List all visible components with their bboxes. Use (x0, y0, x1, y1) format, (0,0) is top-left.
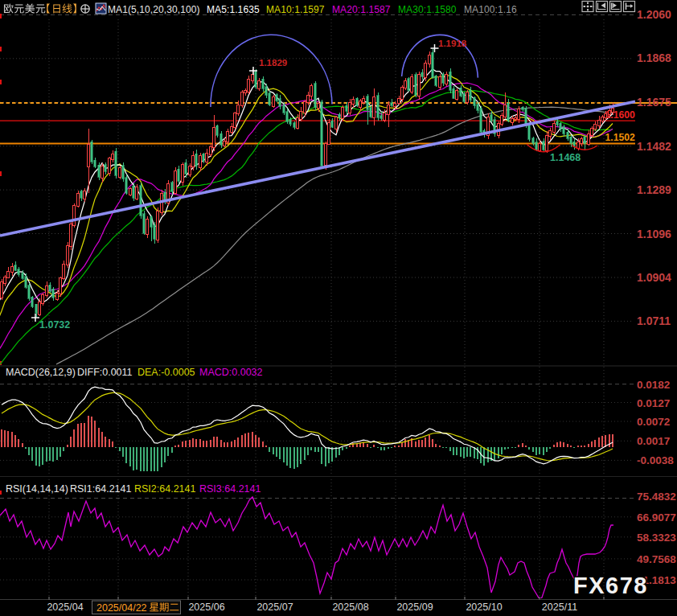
svg-text:MA1(5,10,20,30,100): MA1(5,10,20,30,100) (108, 4, 200, 15)
svg-text:0.0072: 0.0072 (637, 416, 670, 428)
svg-text:75.4832: 75.4832 (637, 491, 676, 503)
svg-text:RSI2:64.2141: RSI2:64.2141 (134, 483, 195, 495)
svg-text:1.1468: 1.1468 (550, 152, 581, 163)
svg-text:1.0711: 1.0711 (637, 314, 671, 327)
svg-text:RSI1:64.2141: RSI1:64.2141 (70, 483, 131, 495)
svg-text:DIFF:0.0011: DIFF:0.0011 (77, 367, 133, 378)
svg-text:-0.0038: -0.0038 (637, 454, 674, 466)
svg-text:1.2060: 1.2060 (637, 8, 671, 21)
svg-text:1.0732: 1.0732 (39, 319, 70, 331)
svg-text:66.9077: 66.9077 (637, 511, 676, 524)
svg-text:FX678: FX678 (573, 573, 648, 598)
svg-text:1.1096: 1.1096 (637, 228, 671, 240)
svg-text:MACD:0.0032: MACD:0.0032 (199, 367, 263, 378)
svg-text:1.1289: 1.1289 (637, 183, 671, 196)
svg-text:RSI(14,14,14): RSI(14,14,14) (6, 483, 68, 495)
svg-text:MA10:1.1597: MA10:1.1597 (266, 4, 325, 15)
svg-text:1.1918: 1.1918 (438, 39, 467, 48)
svg-text:0.0017: 0.0017 (637, 435, 670, 447)
svg-text:58.3323: 58.3323 (637, 532, 676, 544)
svg-text:0.0182: 0.0182 (637, 379, 670, 391)
svg-text:MA20:1.1587: MA20:1.1587 (332, 4, 391, 15)
svg-text:1.1829: 1.1829 (259, 58, 287, 68)
svg-text:2025/11: 2025/11 (542, 602, 577, 613)
svg-text:1.1482: 1.1482 (637, 140, 671, 153)
svg-text:2025/09: 2025/09 (396, 602, 433, 613)
svg-text:DEA:-0.0005: DEA:-0.0005 (137, 367, 195, 378)
svg-text:1.1868: 1.1868 (637, 51, 671, 64)
svg-text:1.1675: 1.1675 (637, 96, 671, 109)
svg-text:1.0904: 1.0904 (637, 271, 671, 284)
svg-text:2025/04/22: 2025/04/22 (96, 602, 147, 614)
svg-text:1.1502: 1.1502 (605, 132, 635, 143)
svg-text:2025/08: 2025/08 (332, 602, 368, 613)
svg-text:1.1600: 1.1600 (605, 109, 635, 121)
svg-text:2025/06: 2025/06 (188, 602, 224, 613)
svg-text:MACD(26,12,9): MACD(26,12,9) (6, 367, 76, 378)
svg-text:2025/04: 2025/04 (47, 602, 83, 613)
svg-text:MA30:1.1580: MA30:1.1580 (398, 4, 457, 15)
svg-text:2025/10: 2025/10 (466, 602, 502, 613)
svg-text:0.0127: 0.0127 (637, 397, 670, 409)
svg-text:RSI3:64.2141: RSI3:64.2141 (199, 483, 261, 495)
svg-text:MA100:1.16: MA100:1.16 (464, 4, 517, 15)
svg-text:MA5:1.1635: MA5:1.1635 (207, 4, 260, 15)
svg-text:2025/07: 2025/07 (256, 602, 293, 613)
svg-text:49.7568: 49.7568 (637, 553, 676, 565)
